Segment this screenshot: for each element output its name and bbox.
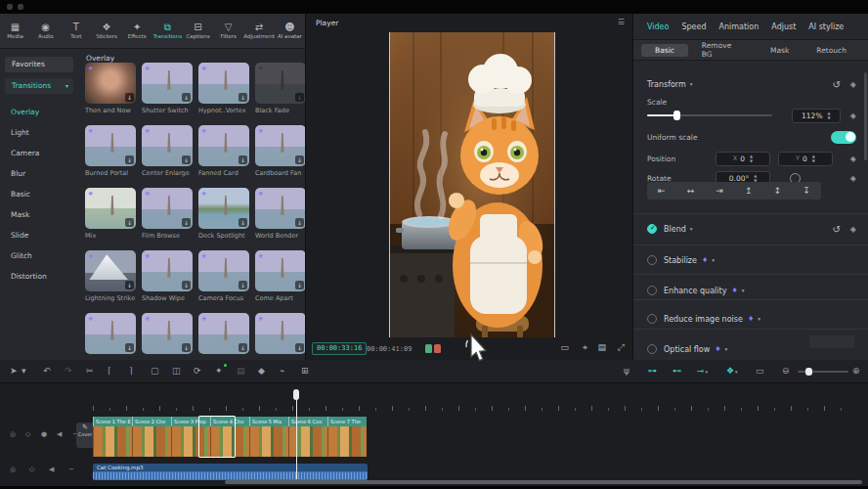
select-dropdown-icon[interactable]: ▾ [22,365,26,378]
timeline-clip-scene-2-che[interactable]: Scene 2 Che [132,417,171,457]
transition-item-come-apart[interactable]: ❖↓Come Apart [255,250,305,302]
toolbar-item-ai-avatar[interactable]: ☻AI avatar [275,14,305,48]
split-icon[interactable]: ✂ [86,365,94,378]
trim-right-icon[interactable]: ⌉ [129,365,133,378]
subtab-mask[interactable]: Mask [757,44,803,57]
mirror-icon[interactable]: ⟳ [194,365,201,378]
toolbar-item-media[interactable]: ▦Media [0,14,30,48]
scale-slider[interactable] [647,114,772,116]
position-x-stepper[interactable]: ▲▼ [750,155,753,163]
audio-track-control-icon[interactable]: − [68,466,74,473]
sidebar-item-mask[interactable]: Mask [0,204,78,225]
transition-item-camera-focus[interactable]: ❖↓Camera Focus [198,250,249,302]
transition-item-shadow-wipe[interactable]: ❖↓Shadow Wipe [142,250,193,302]
window-control-icon[interactable] [7,4,13,10]
delete-icon[interactable]: ▢ [151,365,159,378]
timeline-zoom-in-icon[interactable]: ⊕ [852,365,860,378]
sidebar-item-glitch[interactable]: Glitch [0,245,78,266]
audio-track-control-icon[interactable]: ◎ [10,466,16,473]
meter-green-icon[interactable] [425,344,432,353]
toolbar-item-captions[interactable]: ⊟Captions [183,14,213,48]
position-x-field[interactable]: X 0 ▲▼ [716,152,770,166]
current-time[interactable]: 00:00:33:16 [312,342,367,355]
transition-item-shutter-switch[interactable]: ❖↓Shutter Switch [142,63,193,114]
subtab-basic[interactable]: Basic [641,44,688,57]
position-y-field[interactable]: Y 0 ▲▼ [778,152,833,166]
trim-left-icon[interactable]: ⌈ [108,365,111,378]
undo-icon[interactable]: ↶ [43,365,51,378]
keyframe-icon[interactable]: ◈ [850,155,856,163]
sidebar-item-slide[interactable]: Slide [0,225,78,245]
transition-item[interactable]: ❖↓ [198,313,249,360]
feature-label[interactable]: Enhance quality [664,287,726,295]
transition-item-film-browse[interactable]: ❖↓Film Browse [142,188,193,240]
feature-label[interactable]: Optical flow [664,345,710,354]
transition-item-then-and-now[interactable]: ❖↓Then and Now [85,63,136,114]
keyframe-icon[interactable]: ◈ [850,174,856,183]
align-bottom-icon[interactable]: ↧ [803,186,810,196]
sidebar-item-overlay[interactable]: Overlay [0,102,78,122]
tab-ai-stylize[interactable]: AI stylize [808,22,844,31]
toolbar-item-filters[interactable]: ▽Filters [213,14,243,48]
align-center-h-icon[interactable]: ↔ [687,186,695,196]
toolbar-item-transitions[interactable]: ⧉Transitions [152,14,183,48]
fullscreen-icon[interactable]: ⤢ [618,342,625,353]
reset-icon[interactable]: ↺ [832,79,840,90]
redo-icon[interactable]: ↷ [65,365,72,378]
sidebar-item-basic[interactable]: Basic [0,184,78,204]
feature-label[interactable]: Stabilize [664,256,697,265]
reset-icon[interactable]: ↺ [832,224,840,235]
transition-item[interactable]: ❖↓ [255,313,305,360]
timeline-clip-scene-6-coo[interactable]: Scene 6 Coo [288,417,327,457]
record-mic-icon[interactable]: ψ [624,365,629,378]
video-track-control-icon[interactable]: ◎ [10,430,16,438]
extract-icon[interactable]: ⊞ [301,365,309,378]
align-left-icon[interactable]: ⇤ [658,186,666,196]
video-track-control-icon[interactable]: ◀ [57,430,62,438]
freeze-icon[interactable]: ▤ [237,365,245,378]
meter-red-icon[interactable] [434,344,441,353]
display-mode-icon[interactable]: ▭ [756,365,764,378]
timeline-clip-scene-1-the-e[interactable]: Scene 1 The E [93,417,132,457]
ratio-icon[interactable]: ▭ [560,342,569,352]
subtab-remove-bg[interactable]: Remove BG [688,39,757,61]
toolbar-item-adjustment[interactable]: ⇄Adjustment [243,14,275,48]
transition-item-lightning-strike[interactable]: ❖↓Lightning Strike [85,250,136,302]
player-menu-icon[interactable]: ☰ [618,18,625,26]
timeline-clip-scene-4-cho[interactable]: Scene 4 Cho [210,417,249,457]
transition-item-deck-spotlight[interactable]: ❖↓Deck Spotlight [198,188,249,240]
position-y-stepper[interactable]: ▲▼ [812,155,815,163]
favorites-button[interactable]: Favorites [5,57,73,72]
preview-options-icon[interactable]: ❖▾ [726,365,738,378]
checkbox[interactable] [647,344,657,354]
uniform-scale-toggle[interactable] [831,131,856,144]
toolbar-item-effects[interactable]: ✦Effects [122,14,152,48]
transition-item-world-bender[interactable]: ❖↓World Bender [255,188,305,240]
timeline-clip-scene-5-mix[interactable]: Scene 5 Mix [249,417,288,457]
audio-clip[interactable]: Cat Cooking.mp3 [93,464,368,480]
frame-focus-icon[interactable]: ⌖ [583,342,587,353]
checkbox[interactable] [647,286,657,295]
blend-label[interactable]: Blend [664,225,686,234]
transition-item-cardboard-fan[interactable]: ❖↓Cardboard Fan [255,125,305,177]
audio-track-control-icon[interactable]: ◇ [29,466,34,473]
auto-snap-icon[interactable]: ⊶ [648,365,657,378]
tab-adjust[interactable]: Adjust [771,22,796,31]
timeline-clip-scene-3-prep[interactable]: Scene 3 Prep [171,417,210,457]
checkbox[interactable] [647,314,657,324]
align-right-icon[interactable]: ⇥ [716,186,723,196]
timeline-ruler[interactable] [78,383,868,415]
transition-item-center-enlarge[interactable]: ❖↓Center Enlarge [142,125,193,177]
transition-item[interactable]: ❖↓ [85,313,136,360]
timeline-horizontal-scrollbar[interactable] [225,480,862,484]
tab-speed[interactable]: Speed [681,22,706,31]
tab-animation[interactable]: Animation [719,22,760,31]
select-tool-icon[interactable]: ➤ [10,365,18,378]
sidebar-item-camera[interactable]: Camera [0,143,78,163]
transition-item-fanned-card[interactable]: ❖↓Fanned Card [198,125,249,177]
keyframe-icon[interactable]: ◈ [850,225,856,234]
transition-item-mix[interactable]: ❖↓Mix [85,188,136,240]
beat-icon[interactable]: ⌁ [280,365,284,378]
video-preview[interactable] [390,32,554,337]
transition-item[interactable]: ❖↓ [142,313,193,360]
